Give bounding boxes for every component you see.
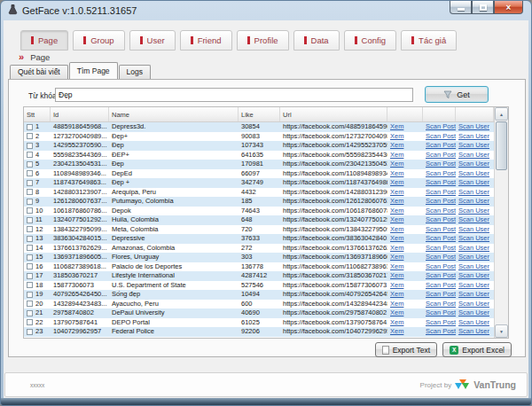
scan-post-link[interactable]: Scan Post <box>423 290 456 300</box>
row-checkbox[interactable] <box>27 133 33 139</box>
maximize-button[interactable] <box>472 1 494 14</box>
row-checkbox[interactable] <box>27 124 33 130</box>
row-checkbox[interactable] <box>27 189 33 195</box>
table-row[interactable]: 71187437649863...Đẹp +342749https://face… <box>24 178 508 188</box>
scan-post-link[interactable]: Scan Post <box>423 141 456 151</box>
table-row[interactable]: 201432894423483...Ayacucho, Peru600https… <box>24 300 508 309</box>
scan-user-link[interactable]: Scan User <box>456 300 494 309</box>
scan-user-link[interactable]: Scan User <box>456 327 494 337</box>
view-link[interactable]: Xem <box>387 244 423 254</box>
view-link[interactable]: Xem <box>387 122 423 132</box>
scan-post-link[interactable]: Scan Post <box>423 225 456 235</box>
view-link[interactable]: Xem <box>387 308 423 318</box>
table-row[interactable]: 21273270040989...Đẹp+90083https://facebo… <box>24 132 508 142</box>
header-view-column[interactable] <box>387 107 423 121</box>
view-link[interactable]: Xem <box>387 169 423 179</box>
scan-user-link[interactable]: Scan User <box>456 160 494 169</box>
scan-user-link[interactable]: Scan User <box>456 253 494 262</box>
scan-post-link[interactable]: Scan Post <box>423 160 456 169</box>
row-checkbox[interactable] <box>27 199 33 205</box>
row-checkbox[interactable] <box>27 301 33 307</box>
table-row[interactable]: 22137907587641DEPO Portal61025https://fa… <box>24 318 508 328</box>
scan-user-link[interactable]: Scan User <box>456 281 494 291</box>
sub-tab[interactable]: Tìm Page <box>69 62 118 79</box>
scan-post-link[interactable]: Scan Post <box>423 178 456 188</box>
scan-user-link[interactable]: Scan User <box>456 215 494 225</box>
scan-post-link[interactable]: Scan Post <box>423 197 456 207</box>
scan-user-link[interactable]: Scan User <box>456 234 494 244</box>
title-bar[interactable]: GetFace v:1.0.5211.31657 × <box>1 1 531 20</box>
header-name[interactable]: Name <box>109 107 239 121</box>
scan-user-link[interactable]: Scan User <box>456 178 494 188</box>
scan-post-link[interactable]: Scan Post <box>423 327 456 337</box>
table-row[interactable]: 45559823544369...ĐEP+641635https://faceb… <box>24 151 508 160</box>
row-checkbox[interactable] <box>27 207 33 214</box>
scan-post-link[interactable]: Scan Post <box>423 253 456 262</box>
table-row[interactable]: 2129758740802DePaul University40690https… <box>24 308 508 318</box>
view-link[interactable]: Xem <box>387 318 423 328</box>
main-tab[interactable]: Group <box>73 30 124 51</box>
table-row[interactable]: 111324077501292...Huila, Colombia648http… <box>24 215 508 225</box>
minimize-button[interactable] <box>450 1 472 14</box>
table-row[interactable]: 1815877306073U.S. Department of State527… <box>24 281 508 291</box>
table-row[interactable]: 81428803123907...Arequipa, Peru4432https… <box>24 188 508 198</box>
table-row[interactable]: 17318503670217Lifestyle International428… <box>24 271 508 281</box>
row-checkbox[interactable] <box>27 254 33 261</box>
view-link[interactable]: Xem <box>387 132 423 142</box>
view-link[interactable]: Xem <box>387 178 423 188</box>
table-row[interactable]: 161106827389618...Palacio de los Deporte… <box>24 262 508 272</box>
scan-user-link[interactable]: Scan User <box>456 197 494 207</box>
export-excel-button[interactable]: X Export Excel <box>442 342 512 357</box>
scan-user-link[interactable]: Scan User <box>456 318 494 328</box>
header-id[interactable]: Id <box>51 107 109 121</box>
main-tab[interactable]: Tác giả <box>401 30 457 51</box>
row-checkbox[interactable] <box>27 236 33 242</box>
table-row[interactable]: 52304213504531...Đẹp170981https://facebo… <box>24 160 508 169</box>
scan-post-link[interactable]: Scan Post <box>423 308 456 318</box>
table-row[interactable]: 141376613762629...Amazonas, Colombia272h… <box>24 244 508 254</box>
export-text-button[interactable]: Export Text <box>375 342 437 357</box>
main-tab[interactable]: Profile <box>237 30 289 51</box>
scan-post-link[interactable]: Scan Post <box>423 244 456 254</box>
scan-post-link[interactable]: Scan Post <box>423 215 456 225</box>
scan-user-link[interactable]: Scan User <box>456 308 494 318</box>
scan-post-link[interactable]: Scan Post <box>423 271 456 281</box>
row-checkbox[interactable] <box>27 226 33 232</box>
scan-user-link[interactable]: Scan User <box>456 132 494 142</box>
keyword-input[interactable] <box>55 88 413 102</box>
get-button[interactable]: Get <box>425 86 489 103</box>
scan-post-link[interactable]: Scan Post <box>423 122 456 132</box>
row-checkbox[interactable] <box>27 263 33 269</box>
row-checkbox[interactable] <box>27 152 33 158</box>
table-row[interactable]: 151369371896605...Flores, Uruguay303http… <box>24 253 508 262</box>
row-checkbox[interactable] <box>27 329 33 335</box>
table-row[interactable]: 101061876860786...Depok74643https://face… <box>24 207 508 216</box>
close-button[interactable]: × <box>494 1 523 14</box>
view-link[interactable]: Xem <box>387 188 423 198</box>
row-checkbox[interactable] <box>27 161 33 168</box>
scan-post-link[interactable]: Scan Post <box>423 262 456 272</box>
main-tab[interactable]: Config <box>344 30 396 51</box>
scan-user-link[interactable]: Scan User <box>456 225 494 235</box>
main-tab[interactable]: Page <box>20 30 68 51</box>
row-checkbox[interactable] <box>27 310 33 316</box>
header-stt[interactable]: Stt <box>24 107 51 121</box>
scan-post-link[interactable]: Scan Post <box>423 151 456 160</box>
scan-user-link[interactable]: Scan User <box>456 207 494 216</box>
scan-post-link[interactable]: Scan Post <box>423 318 456 328</box>
view-link[interactable]: Xem <box>387 141 423 151</box>
row-checkbox[interactable] <box>27 170 33 176</box>
view-link[interactable]: Xem <box>387 290 423 300</box>
scan-user-link[interactable]: Scan User <box>456 244 494 254</box>
table-row[interactable]: 121384322795099...Meta, Colombia720https… <box>24 225 508 235</box>
table-row[interactable]: 194079265426450...Sống đẹp10494https://f… <box>24 290 508 300</box>
header-scan-user-column[interactable] <box>456 107 494 121</box>
view-link[interactable]: Xem <box>387 160 423 169</box>
scan-user-link[interactable]: Scan User <box>456 122 494 132</box>
row-checkbox[interactable] <box>27 143 33 149</box>
scan-post-link[interactable]: Scan Post <box>423 188 456 198</box>
table-row[interactable]: 31429552370590...Đẹp107343https://facebo… <box>24 141 508 151</box>
row-checkbox[interactable] <box>27 319 33 325</box>
header-scan-post-column[interactable] <box>423 107 456 121</box>
sub-tab[interactable]: Quét bài viết <box>10 65 68 79</box>
